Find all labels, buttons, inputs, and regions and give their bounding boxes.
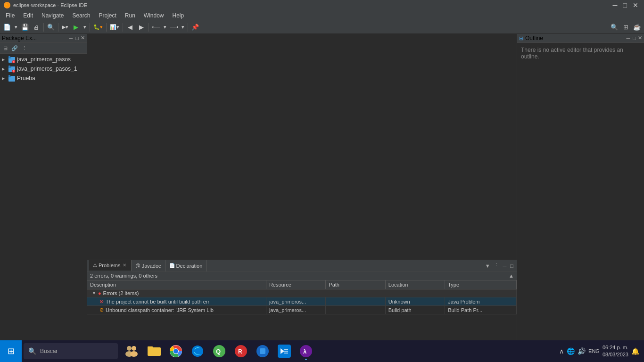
- filter-problems-btn[interactable]: ▼: [484, 263, 492, 269]
- outline-close[interactable]: ✕: [638, 35, 642, 41]
- new-button[interactable]: 📄: [2, 22, 12, 33]
- save-button[interactable]: 💾: [20, 22, 30, 33]
- menu-bar: File Edit Navigate Search Project Run Wi…: [0, 10, 644, 21]
- collapse-all-btn[interactable]: ⊟: [1, 44, 9, 52]
- tree-item-project2[interactable]: ! java_primeros_pasos_1: [0, 64, 87, 74]
- print-button[interactable]: 🖨: [31, 22, 41, 33]
- tree-item-project3[interactable]: Prueba: [0, 74, 87, 83]
- group-expand-icon[interactable]: ▼: [92, 291, 96, 296]
- sidebar-close-btn[interactable]: ✕: [81, 35, 85, 41]
- sidebar-maximize-btn[interactable]: □: [74, 35, 80, 41]
- coverage-dropdown[interactable]: 📊▾: [108, 24, 121, 31]
- run-button[interactable]: ▶: [71, 22, 81, 33]
- back-dropdown[interactable]: ▾: [162, 24, 168, 31]
- col-description[interactable]: Description: [87, 280, 266, 289]
- tab-declaration[interactable]: 📄 Declaration: [165, 260, 207, 272]
- outline-minimize[interactable]: ─: [626, 35, 631, 41]
- taskbar-purple-app[interactable]: λ: [296, 341, 316, 361]
- col-location[interactable]: Location: [385, 280, 445, 289]
- prev-edit-button[interactable]: ◀: [125, 22, 135, 33]
- menu-file[interactable]: File: [2, 11, 18, 20]
- svg-point-16: [130, 351, 138, 357]
- svg-rect-18: [148, 346, 153, 349]
- menu-navigate[interactable]: Navigate: [38, 11, 67, 20]
- language-icon[interactable]: ENG: [588, 348, 600, 354]
- menu-project[interactable]: Project: [95, 11, 120, 20]
- taskbar-people-app[interactable]: [122, 341, 141, 361]
- expand-arrow-1[interactable]: [2, 57, 7, 62]
- taskbar-green-app[interactable]: Q: [209, 341, 229, 361]
- content-area: Package Ex... ─ □ ✕ ⊟ 🔗 ⋮: [0, 34, 644, 352]
- close-button[interactable]: ✕: [631, 2, 640, 8]
- debug-dropdown[interactable]: 🐛▾: [92, 24, 104, 31]
- tab-javadoc[interactable]: @ Javadoc: [132, 260, 165, 272]
- menu-search[interactable]: Search: [68, 11, 94, 20]
- taskbar-blue-app[interactable]: [253, 341, 272, 361]
- expand-arrow-2[interactable]: [2, 66, 7, 71]
- blue-app-icon: [256, 345, 269, 358]
- javadoc-tab-label: Javadoc: [142, 263, 161, 269]
- taskbar-vscode-app[interactable]: [274, 341, 294, 361]
- fwd-button[interactable]: ⟶: [169, 22, 179, 33]
- notification-icon[interactable]: 🔔: [631, 347, 639, 355]
- sidebar-view-menu[interactable]: ⋮: [20, 44, 28, 52]
- sidebar-title: Package Ex...: [2, 35, 37, 41]
- svg-text:!: !: [13, 70, 14, 73]
- problems-minimize[interactable]: ─: [502, 263, 508, 269]
- error-row-2[interactable]: ⊘ Unbound classpath container: 'JRE Syst…: [87, 306, 517, 314]
- problems-maximize[interactable]: □: [509, 263, 515, 269]
- minimize-button[interactable]: ─: [611, 2, 619, 8]
- pin-button[interactable]: 📌: [190, 22, 200, 33]
- new-dropdown[interactable]: ▾: [13, 24, 19, 31]
- taskbar-search-box[interactable]: 🔍 Buscar: [24, 343, 118, 359]
- perspective-button[interactable]: ⊞: [620, 22, 631, 33]
- problems-view-menu[interactable]: ⋮: [493, 262, 501, 269]
- tab-problems[interactable]: ⚠ Problems ✕: [89, 260, 132, 272]
- error2-location: Build path: [385, 306, 445, 314]
- menu-help[interactable]: Help: [169, 11, 188, 20]
- network-icon[interactable]: 🌐: [567, 347, 575, 355]
- speaker-icon[interactable]: 🔊: [578, 347, 586, 355]
- col-path[interactable]: Path: [326, 280, 385, 289]
- error-group-row[interactable]: ▼ ● Errors (2 items): [87, 289, 517, 297]
- outline-content: There is no active editor that provides …: [517, 43, 644, 352]
- system-clock[interactable]: 06:24 p. m. 08/03/2023: [603, 344, 628, 359]
- error1-location: Unknown: [385, 297, 445, 306]
- project2-label: java_primeros_pasos_1: [17, 66, 77, 72]
- collapse-summary-btn[interactable]: ▲: [509, 273, 514, 279]
- col-type[interactable]: Type: [445, 280, 517, 289]
- taskbar-red-app[interactable]: R: [231, 341, 251, 361]
- run-type-dropdown[interactable]: ▾: [82, 24, 88, 31]
- next-edit-button[interactable]: ▶: [136, 22, 147, 33]
- menu-window[interactable]: Window: [140, 11, 168, 20]
- back-button[interactable]: ⟵: [151, 22, 161, 33]
- java-perspective[interactable]: ☕: [632, 22, 642, 33]
- link-editor-btn[interactable]: 🔗: [10, 44, 19, 52]
- error-row-1[interactable]: ⊗ The project cannot be built until buil…: [87, 297, 517, 306]
- project-icon-3: [8, 74, 16, 82]
- project-icon-1: !: [8, 56, 16, 63]
- sidebar-minimize-btn[interactable]: ─: [68, 35, 74, 41]
- expand-arrow-3[interactable]: [2, 76, 7, 81]
- maximize-button[interactable]: □: [621, 2, 629, 8]
- fwd-dropdown[interactable]: ▾: [180, 24, 186, 31]
- sep-4: [106, 23, 107, 32]
- svg-rect-7: [8, 66, 10, 67]
- search-button[interactable]: 🔍: [46, 22, 56, 33]
- menu-run[interactable]: Run: [121, 11, 139, 20]
- outline-maximize[interactable]: □: [632, 35, 637, 41]
- run-dropdown[interactable]: ▶▾: [60, 24, 70, 31]
- taskbar-edge-app[interactable]: [188, 341, 207, 361]
- taskbar-folder-app[interactable]: [144, 341, 164, 361]
- search-bar-button[interactable]: 🔍: [609, 22, 619, 33]
- problems-tab-close[interactable]: ✕: [122, 263, 127, 268]
- tree-item-project1[interactable]: ! java_primeros_pasos: [0, 55, 87, 64]
- taskbar-chrome-app[interactable]: [166, 341, 186, 361]
- tray-up-icon[interactable]: ∧: [559, 347, 564, 355]
- col-resource[interactable]: Resource: [266, 280, 325, 289]
- sep-5: [123, 23, 123, 32]
- start-button[interactable]: ⊞: [0, 340, 22, 362]
- error2-resource: java_primeros...: [266, 306, 325, 314]
- menu-edit[interactable]: Edit: [19, 11, 37, 20]
- editor-area[interactable]: [87, 34, 517, 260]
